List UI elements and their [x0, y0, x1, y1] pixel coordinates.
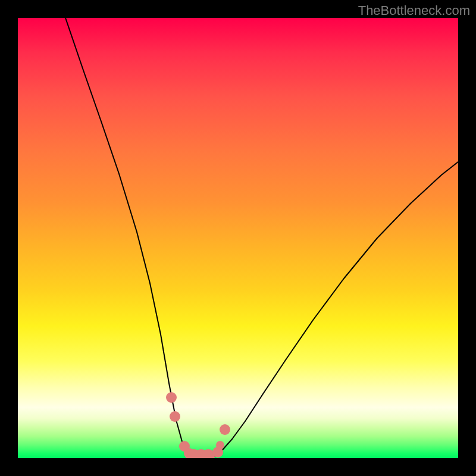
right-markers-dot — [220, 424, 230, 435]
left-markers-dot — [166, 392, 177, 403]
marker-layer — [18, 18, 458, 458]
right-markers-dot — [216, 441, 224, 449]
chart-container: TheBottleneck.com — [0, 0, 476, 476]
watermark-text: TheBottleneck.com — [358, 3, 470, 18]
left-markers-dot — [170, 411, 180, 422]
marker-dots — [166, 392, 230, 458]
